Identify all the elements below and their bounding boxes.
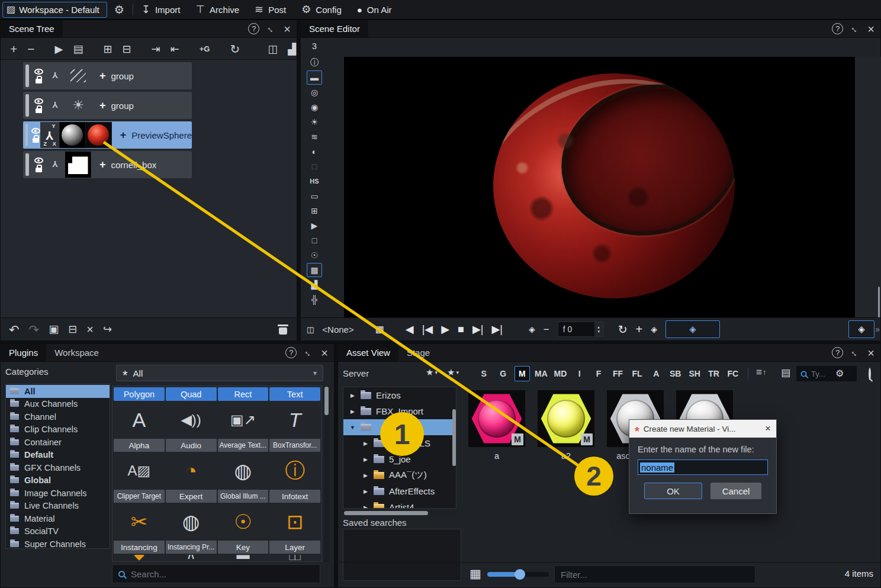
help-icon[interactable]: ?: [248, 23, 259, 34]
tree-item-5-joe[interactable]: ▶5_joe: [343, 451, 456, 467]
director-selector[interactable]: <None>: [322, 324, 353, 335]
step-forward-button[interactable]: ▶|: [472, 324, 484, 335]
plugin-quad-button[interactable]: Quad: [166, 387, 217, 401]
category-image-channels[interactable]: Image Channels: [6, 487, 110, 500]
note-icon[interactable]: ▤: [73, 44, 83, 54]
category-global[interactable]: Global: [6, 474, 110, 487]
function-cell[interactable]: ☀: [65, 98, 91, 113]
save-icon[interactable]: ▣: [49, 324, 59, 335]
plugin-clipper-target-label[interactable]: Clipper Target: [114, 490, 165, 503]
tree-row-group-2[interactable]: Y ☀ +group: [23, 92, 192, 119]
close-icon[interactable]: ×: [321, 347, 328, 359]
tool-focus-icon[interactable]: ◎: [307, 85, 322, 99]
asset-filter-input[interactable]: [561, 570, 749, 580]
plugin-global-illum-icon[interactable]: ◍: [218, 453, 269, 489]
tool-bulb-icon[interactable]: ☉: [307, 248, 322, 262]
drag-handle[interactable]: [25, 153, 29, 176]
category-socialtv[interactable]: SocialTV: [6, 525, 110, 538]
asset-tile-a2[interactable]: M: [538, 390, 594, 447]
plugin-audio-icon[interactable]: ◀)): [166, 402, 217, 438]
tool-grid-select-icon[interactable]: ▩: [307, 263, 322, 277]
refresh-icon[interactable]: ↻: [230, 43, 240, 55]
go-to-start-button[interactable]: |◀: [422, 324, 433, 335]
plugin-layer-label[interactable]: Layer: [269, 541, 320, 554]
tree-item-erizos[interactable]: ▶Erizos: [343, 387, 456, 403]
type-search-input[interactable]: [811, 369, 831, 378]
frame-field[interactable]: f 0 ▼▼: [558, 322, 604, 337]
plugin-rect-button[interactable]: Rect: [218, 387, 269, 401]
type-filter-sh[interactable]: SH: [685, 369, 704, 378]
tool-stats-icon[interactable]: ▟: [307, 278, 322, 292]
tool-playback-icon[interactable]: ▶: [307, 219, 322, 233]
drag-handle[interactable]: [25, 65, 29, 87]
tree-item-aftereffects[interactable]: ▶AfterEffects: [343, 483, 456, 499]
maximize-icon[interactable]: ↔: [848, 22, 862, 36]
channel-pair-icon[interactable]: ◫: [307, 326, 314, 333]
container-name[interactable]: group: [111, 71, 134, 81]
category-aux-channels[interactable]: Aux Channels: [6, 398, 110, 411]
category-channel[interactable]: Channel: [6, 410, 110, 423]
container-name[interactable]: cornell_box: [111, 160, 157, 170]
redo-icon[interactable]: ↷: [29, 323, 40, 336]
stop-button[interactable]: ■: [458, 324, 464, 335]
plugin-clipper-target-icon[interactable]: A▨: [114, 453, 165, 489]
tool-selection-icon[interactable]: □: [307, 159, 322, 173]
plugin-instancing-pr-icon[interactable]: ◍: [166, 504, 217, 539]
expand-tree-icon[interactable]: ⊞: [103, 44, 112, 54]
function-cell[interactable]: [65, 69, 91, 82]
visibility-cell[interactable]: [31, 121, 40, 149]
close-icon[interactable]: ×: [284, 23, 291, 35]
play-reverse-button[interactable]: ◀: [406, 324, 414, 335]
plugin-key-icon[interactable]: ☉: [218, 504, 269, 539]
plugin-alpha-label[interactable]: Alpha: [114, 439, 165, 452]
ok-button[interactable]: OK: [644, 483, 702, 499]
dialog-titlebar[interactable]: * Create new Material - Vi... ×: [629, 420, 776, 438]
play-animation-icon[interactable]: ▶: [55, 44, 63, 54]
filename-input[interactable]: noname: [638, 460, 768, 475]
workspace-gear-icon[interactable]: ⚙: [114, 4, 124, 15]
plugin-expert-label[interactable]: Expert: [166, 490, 217, 503]
tree-row-previewsphere[interactable]: Y Y Z X +PreviewSphere: [23, 121, 192, 149]
save-as-icon[interactable]: ⊟: [68, 324, 77, 335]
maximize-icon[interactable]: ↔: [265, 22, 278, 36]
remove-container-icon[interactable]: −: [27, 43, 34, 55]
workspace-selector[interactable]: ▨ Workspace - Default: [2, 2, 107, 18]
tool-contrast-icon[interactable]: ◐: [307, 144, 322, 159]
collapse-tree-icon[interactable]: ⊟: [122, 44, 131, 54]
panel-view-icon[interactable]: ◫: [268, 44, 278, 54]
trash-icon[interactable]: [279, 324, 287, 335]
help-icon[interactable]: ?: [832, 23, 843, 34]
tree-item-globals[interactable]: ▶GLOBALS: [343, 435, 456, 451]
tab-stage[interactable]: Stage: [398, 344, 438, 361]
frame-spinner[interactable]: ▼▼: [594, 322, 603, 336]
menu-config[interactable]: ⚙ Config: [301, 4, 342, 15]
close-icon[interactable]: ×: [867, 347, 874, 359]
bookmark-jump-icon[interactable]: ★▾: [447, 368, 459, 377]
play-button[interactable]: ▶: [441, 324, 449, 335]
asset-tile-a[interactable]: M: [468, 390, 525, 447]
category-live-channels[interactable]: Live Channels: [6, 500, 110, 513]
bookmark-add-icon[interactable]: ★▾: [426, 368, 438, 377]
plugin-expert-icon[interactable]: ◔: [166, 453, 217, 489]
render-viewport[interactable]: [344, 57, 855, 317]
plugin-global-illum-label[interactable]: Global Illum ...: [218, 490, 269, 503]
tree-item-fbx-import[interactable]: ▶FBX_Import: [343, 403, 456, 419]
asset-name[interactable]: a2: [538, 451, 594, 461]
undo-icon[interactable]: ↶: [9, 323, 20, 336]
tool-bounds-icon[interactable]: □: [307, 233, 322, 248]
merge-in-icon[interactable]: ⇥: [152, 44, 160, 54]
go-to-end-button[interactable]: ▶|: [491, 324, 503, 335]
plugin-infotext-icon[interactable]: ⓘ: [269, 453, 320, 489]
grid-view-icon[interactable]: ▦: [470, 567, 481, 580]
plugin-key-label[interactable]: Key: [218, 541, 269, 554]
asset-filter-bar[interactable]: [554, 565, 755, 583]
plugin-average-text-label[interactable]: Average Text...: [218, 439, 269, 452]
visibility-cell[interactable]: [32, 151, 45, 178]
keyframe-editor-button[interactable]: ◈: [848, 320, 874, 338]
drag-handle[interactable]: [25, 94, 29, 117]
drag-handle[interactable]: [25, 124, 28, 146]
server-tree-hscrollbar[interactable]: [343, 510, 456, 516]
expand-plus-icon[interactable]: +: [99, 70, 106, 82]
expand-plus-icon[interactable]: +: [99, 99, 106, 112]
plugin-search-bar[interactable]: [112, 564, 320, 583]
